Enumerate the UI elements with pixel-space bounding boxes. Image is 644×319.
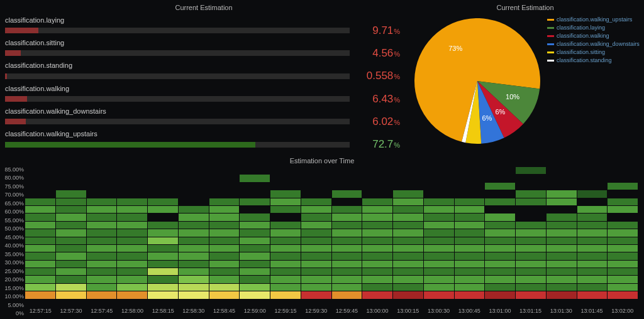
heat-cell[interactable] — [117, 190, 147, 197]
heat-cell[interactable] — [240, 237, 270, 244]
heat-cell[interactable] — [25, 206, 55, 213]
heat-cell[interactable] — [393, 291, 423, 298]
heat-cell[interactable] — [424, 190, 454, 197]
heat-cell[interactable] — [148, 175, 178, 181]
heat-cell[interactable] — [516, 252, 546, 259]
heat-cell[interactable] — [240, 214, 270, 220]
heat-cell[interactable] — [209, 252, 240, 259]
heat-cell[interactable] — [117, 206, 147, 213]
heat-cell[interactable] — [547, 190, 577, 197]
heat-cell[interactable] — [56, 190, 86, 197]
heat-cell[interactable] — [362, 268, 392, 275]
heat-cell[interactable] — [393, 198, 423, 205]
heat-cell[interactable] — [455, 284, 485, 291]
heat-cell[interactable] — [240, 198, 270, 205]
heat-cell[interactable] — [393, 268, 423, 275]
heatmap-grid[interactable] — [25, 167, 638, 306]
heat-cell[interactable] — [240, 252, 270, 259]
heat-cell[interactable] — [270, 183, 301, 190]
heat-cell[interactable] — [362, 237, 392, 244]
heat-cell[interactable] — [56, 245, 86, 252]
heat-cell[interactable] — [455, 183, 485, 190]
heat-cell[interactable] — [301, 214, 331, 220]
heat-cell[interactable] — [485, 291, 515, 298]
heat-cell[interactable] — [56, 237, 86, 244]
heat-cell[interactable] — [25, 276, 55, 283]
heat-cell[interactable] — [393, 300, 423, 306]
heat-cell[interactable] — [393, 190, 423, 197]
heat-cell[interactable] — [608, 284, 638, 291]
heat-cell[interactable] — [56, 300, 86, 306]
heat-cell[interactable] — [56, 175, 86, 181]
heat-cell[interactable] — [25, 183, 55, 190]
heat-cell[interactable] — [455, 167, 485, 174]
heat-cell[interactable] — [25, 284, 55, 291]
heat-cell[interactable] — [362, 276, 392, 283]
heat-cell[interactable] — [301, 276, 331, 283]
heat-cell[interactable] — [608, 237, 638, 244]
heat-cell[interactable] — [424, 175, 454, 181]
heat-cell[interactable] — [209, 183, 240, 190]
heat-cell[interactable] — [577, 229, 608, 236]
heat-cell[interactable] — [148, 206, 178, 213]
heat-cell[interactable] — [25, 268, 55, 275]
heat-cell[interactable] — [301, 245, 331, 252]
heat-cell[interactable] — [547, 229, 577, 236]
heat-cell[interactable] — [332, 183, 362, 190]
heat-cell[interactable] — [270, 245, 301, 252]
heat-cell[interactable] — [362, 175, 392, 181]
heat-cell[interactable] — [87, 300, 117, 306]
heat-cell[interactable] — [362, 261, 392, 268]
heat-cell[interactable] — [362, 222, 392, 229]
heat-cell[interactable] — [87, 291, 117, 298]
heat-cell[interactable] — [485, 237, 515, 244]
heat-cell[interactable] — [56, 268, 86, 275]
heat-cell[interactable] — [393, 183, 423, 190]
heat-cell[interactable] — [87, 261, 117, 268]
heat-cell[interactable] — [516, 261, 546, 268]
pie-chart[interactable]: 73%10%6%6% — [409, 14, 546, 149]
heat-cell[interactable] — [424, 261, 454, 268]
heat-cell[interactable] — [179, 284, 209, 291]
heat-cell[interactable] — [270, 198, 301, 205]
heat-cell[interactable] — [117, 291, 147, 298]
heat-cell[interactable] — [424, 245, 454, 252]
heat-cell[interactable] — [87, 284, 117, 291]
heat-cell[interactable] — [87, 268, 117, 275]
heat-cell[interactable] — [547, 252, 577, 259]
heat-cell[interactable] — [240, 291, 270, 298]
heat-cell[interactable] — [424, 198, 454, 205]
heat-cell[interactable] — [608, 261, 638, 268]
heat-cell[interactable] — [270, 252, 301, 259]
heat-cell[interactable] — [516, 276, 546, 283]
heat-cell[interactable] — [179, 300, 209, 306]
heat-cell[interactable] — [87, 206, 117, 213]
heat-cell[interactable] — [516, 237, 546, 244]
heat-cell[interactable] — [87, 237, 117, 244]
heat-cell[interactable] — [393, 175, 423, 181]
heat-cell[interactable] — [516, 214, 546, 220]
bar-track[interactable] — [5, 50, 350, 56]
heat-cell[interactable] — [179, 198, 209, 205]
heat-cell[interactable] — [301, 175, 331, 181]
heat-cell[interactable] — [87, 175, 117, 181]
heat-cell[interactable] — [25, 237, 55, 244]
heat-cell[interactable] — [209, 214, 240, 220]
heat-cell[interactable] — [608, 214, 638, 220]
heat-cell[interactable] — [332, 237, 362, 244]
bar-track[interactable] — [5, 142, 350, 148]
heat-cell[interactable] — [117, 300, 147, 306]
heat-cell[interactable] — [148, 183, 178, 190]
heat-cell[interactable] — [270, 190, 301, 197]
heat-cell[interactable] — [424, 183, 454, 190]
bar-gauge-panel[interactable]: Current Estimation classification.laying… — [3, 3, 405, 153]
heat-cell[interactable] — [516, 245, 546, 252]
heat-cell[interactable] — [485, 167, 515, 174]
heat-cell[interactable] — [179, 214, 209, 220]
heat-cell[interactable] — [547, 198, 577, 205]
pie-panel[interactable]: Current Estimation 73%10%6%6% classifica… — [409, 3, 641, 153]
heat-cell[interactable] — [332, 261, 362, 268]
heat-cell[interactable] — [393, 245, 423, 252]
heat-cell[interactable] — [148, 222, 178, 229]
heat-cell[interactable] — [209, 261, 240, 268]
